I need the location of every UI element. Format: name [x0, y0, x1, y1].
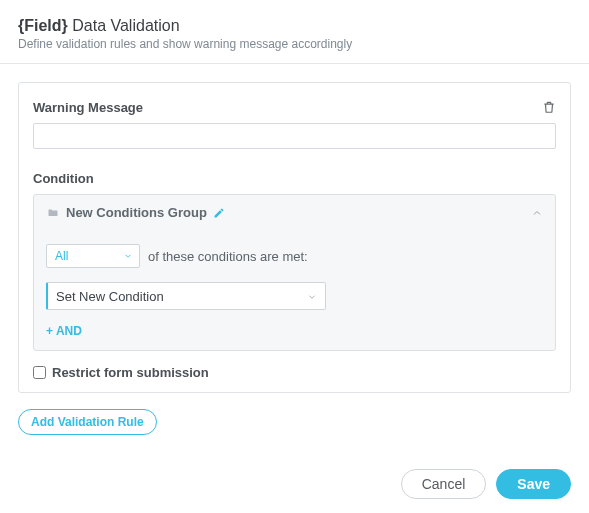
footer-actions: Cancel Save [401, 469, 571, 499]
save-button[interactable]: Save [496, 469, 571, 499]
page-title: {Field} Data Validation [18, 17, 571, 35]
validation-rule-panel: Warning Message Condition New Conditions… [18, 82, 571, 393]
restrict-label[interactable]: Restrict form submission [52, 365, 209, 380]
new-condition-placeholder: Set New Condition [56, 289, 164, 304]
quantifier-row: All of these conditions are met: [46, 244, 543, 268]
group-title: New Conditions Group [66, 205, 207, 220]
chevron-down-icon [307, 292, 317, 302]
folder-icon [46, 207, 60, 219]
warning-row: Warning Message [33, 99, 556, 115]
quantifier-value: All [55, 249, 68, 263]
page-subtitle: Define validation rules and show warning… [18, 37, 571, 51]
trash-icon[interactable] [542, 99, 556, 115]
chevron-up-icon[interactable] [531, 207, 543, 219]
cancel-button[interactable]: Cancel [401, 469, 487, 499]
chevron-down-icon [123, 251, 133, 261]
title-prefix: {Field} [18, 17, 68, 34]
new-condition-select[interactable]: Set New Condition [46, 282, 326, 310]
add-and-button[interactable]: + AND [46, 324, 82, 338]
condition-label: Condition [33, 171, 556, 186]
title-rest: Data Validation [68, 17, 180, 34]
quantifier-suffix: of these conditions are met: [148, 249, 308, 264]
restrict-checkbox[interactable] [33, 366, 46, 379]
condition-section: Condition New Conditions Group All [33, 171, 556, 380]
add-validation-rule-button[interactable]: Add Validation Rule [18, 409, 157, 435]
warning-input[interactable] [33, 123, 556, 149]
conditions-group-header: New Conditions Group [34, 195, 555, 226]
warning-label: Warning Message [33, 100, 143, 115]
pencil-icon[interactable] [213, 207, 225, 219]
conditions-group: New Conditions Group All of these [33, 194, 556, 351]
conditions-body: All of these conditions are met: Set New… [34, 226, 555, 350]
restrict-row: Restrict form submission [33, 365, 556, 380]
quantifier-select[interactable]: All [46, 244, 140, 268]
page-header: {Field} Data Validation Define validatio… [0, 0, 589, 64]
